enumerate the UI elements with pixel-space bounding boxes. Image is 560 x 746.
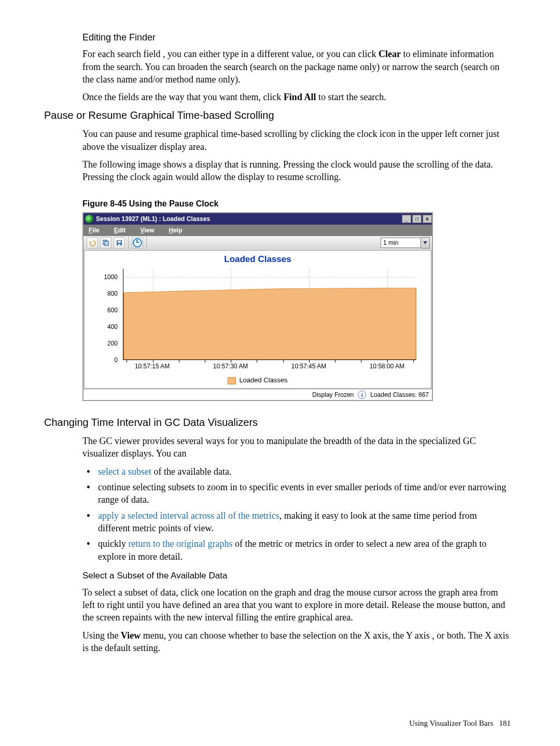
menu-file[interactable]: File xyxy=(89,226,100,234)
toolbar-back-button[interactable] xyxy=(87,237,98,248)
time-interval-selector[interactable]: 1 min xyxy=(381,238,430,248)
status-bar: Display Frozen i Loaded Classes: 867 xyxy=(83,389,432,400)
chart-area[interactable]: 02004006008001000 10:57:15 AM10:57:30 AM… xyxy=(100,267,422,376)
para-view-menu: Using the View menu, you can choose whet… xyxy=(82,629,511,655)
para-pause-desc-1: You can pause and resume graphical time-… xyxy=(82,128,511,153)
window-minimize-button[interactable]: _ xyxy=(402,215,411,223)
figure-caption: Figure 8-45 Using the Pause Clock xyxy=(82,198,511,210)
svg-rect-4 xyxy=(118,244,120,245)
link-select-subset[interactable]: select a subset xyxy=(98,466,151,477)
legend-label: Loaded Classes xyxy=(239,376,287,384)
toolbar-copy-button[interactable] xyxy=(100,237,111,248)
time-interval-dropdown-button[interactable] xyxy=(421,237,430,248)
text: For each search field , you can either t… xyxy=(82,49,379,59)
heading-changing-interval: Changing Time Interval in GC Data Visual… xyxy=(44,416,511,430)
x-axis-labels: 10:57:15 AM10:57:30 AM10:57:45 AM10:58:0… xyxy=(123,362,416,372)
svg-marker-5 xyxy=(123,288,416,360)
footer-page-number: 181 xyxy=(499,719,511,727)
copy-icon xyxy=(102,239,109,246)
view-label: View xyxy=(121,630,141,641)
clock-icon xyxy=(133,238,142,247)
text: Once the fields are the way that you wan… xyxy=(82,92,284,102)
visualizer-window: Session 13927 (ML1) : Loaded Classes _ □… xyxy=(82,212,433,401)
toolbar: 1 min xyxy=(83,236,432,250)
plot-canvas[interactable] xyxy=(123,269,416,360)
menu-help[interactable]: Help xyxy=(169,226,183,234)
undo-icon xyxy=(89,239,96,246)
app-icon xyxy=(85,215,93,223)
chart-legend: Loaded Classes xyxy=(85,376,431,388)
y-axis-labels: 02004006008001000 xyxy=(97,267,121,376)
link-return-original[interactable]: return to the original graphs xyxy=(129,538,233,549)
footer-section: Using Visualizer Tool Bars xyxy=(409,719,493,727)
clear-label: Clear xyxy=(379,49,401,59)
window-title: Session 13927 (ML1) : Loaded Classes xyxy=(96,215,401,223)
window-titlebar[interactable]: Session 13927 (ML1) : Loaded Classes _ □… xyxy=(83,213,432,225)
text: menu, you can choose whether to base the… xyxy=(82,630,509,653)
menubar: File Edit View Help xyxy=(83,225,432,236)
chart-title: Loaded Classes xyxy=(85,251,431,267)
gc-options-list: select a subset of the available data. c… xyxy=(82,465,511,563)
para-gc-intro: The GC viewer provides several ways for … xyxy=(82,435,511,460)
status-frozen: Display Frozen xyxy=(312,391,354,399)
para-select-subset: To select a subset of data, click one lo… xyxy=(82,586,511,624)
toolbar-save-button[interactable] xyxy=(114,237,125,248)
text: of the available data. xyxy=(151,466,231,477)
window-close-button[interactable]: × xyxy=(423,215,432,223)
list-item: apply a selected interval across all of … xyxy=(97,509,511,535)
list-item: quickly return to the original graphs of… xyxy=(97,537,511,563)
findall-label: Find All xyxy=(284,92,316,102)
svg-rect-3 xyxy=(118,241,121,243)
heading-pause-resume: Pause or Resume Graphical Time-based Scr… xyxy=(44,108,511,122)
chevron-down-icon xyxy=(423,241,427,244)
svg-rect-1 xyxy=(105,241,108,245)
menu-view[interactable]: View xyxy=(140,226,154,234)
text: to start the search. xyxy=(316,92,386,102)
text: quickly xyxy=(98,538,129,549)
status-loaded-count: Loaded Classes: 867 xyxy=(370,391,429,399)
legend-color-chip xyxy=(228,377,236,384)
info-icon: i xyxy=(358,391,366,399)
list-item: select a subset of the available data. xyxy=(97,465,511,478)
time-interval-value[interactable]: 1 min xyxy=(381,238,421,248)
text: Using the xyxy=(82,630,121,641)
heading-select-subset: Select a Subset of the Available Data xyxy=(82,570,511,582)
page-footer: Using Visualizer Tool Bars 181 xyxy=(409,718,511,728)
list-item: continue selecting subsets to zoom in to… xyxy=(97,481,511,506)
para-pause-desc-2: The following image shows a display that… xyxy=(82,158,511,184)
heading-editing-finder: Editing the Finder xyxy=(82,31,511,44)
window-maximize-button[interactable]: □ xyxy=(412,215,422,223)
link-apply-interval[interactable]: apply a selected interval across all of … xyxy=(98,510,279,521)
para-search-fields: For each search field , you can either t… xyxy=(82,48,511,86)
save-icon xyxy=(116,239,123,246)
menu-edit[interactable]: Edit xyxy=(114,226,126,234)
chart-panel: Loaded Classes 02004006008001000 10:57:1… xyxy=(84,250,431,388)
para-find-all: Once the fields are the way that you wan… xyxy=(82,91,511,103)
pause-clock-button[interactable] xyxy=(132,237,143,248)
